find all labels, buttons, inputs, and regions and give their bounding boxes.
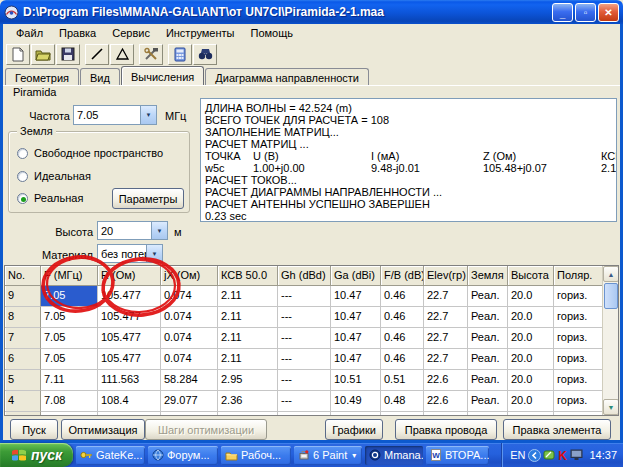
table-cell[interactable]: 0.51 xyxy=(381,370,424,391)
chevron-down-icon[interactable]: ▼ xyxy=(140,106,156,124)
table-cell[interactable]: 22.7 xyxy=(424,328,468,349)
start-button[interactable]: пуск xyxy=(0,443,73,467)
table-cell[interactable]: 0.46 xyxy=(381,328,424,349)
table-cell[interactable]: 20.0 xyxy=(508,286,554,307)
table-cell[interactable]: 2.36 xyxy=(218,391,278,412)
table-cell[interactable]: 2.11 xyxy=(218,286,278,307)
table-cell[interactable]: 0.074 xyxy=(161,328,218,349)
table-cell[interactable]: 105.477 xyxy=(98,307,161,328)
action-button-1[interactable]: Оптимизация xyxy=(61,419,145,440)
table-cell[interactable]: 111.563 xyxy=(98,370,161,391)
taskbar-window-2[interactable]: Рабоч... xyxy=(221,446,291,465)
table-cell[interactable]: 20.0 xyxy=(508,349,554,370)
binoculars-icon[interactable] xyxy=(193,44,217,65)
table-cell[interactable]: Реал. xyxy=(468,328,508,349)
menu-item-2[interactable]: Сервис xyxy=(104,25,158,41)
table-cell[interactable]: 22.6 xyxy=(424,391,468,412)
table-cell[interactable]: 105.477 xyxy=(98,349,161,370)
taskbar-window-4[interactable]: Mmana... xyxy=(365,446,423,465)
action-button-4[interactable]: Правка провода xyxy=(395,419,497,440)
table-cell[interactable]: 7.05 xyxy=(41,286,98,307)
minimize-button[interactable]: _ xyxy=(552,3,573,22)
display-icon[interactable] xyxy=(570,449,583,461)
utility-icon[interactable] xyxy=(543,449,555,461)
table-cell[interactable]: --- xyxy=(278,391,331,412)
table-cell[interactable]: --- xyxy=(278,328,331,349)
action-button-3[interactable]: Графики xyxy=(325,419,383,440)
action-button-0[interactable]: Пуск xyxy=(10,419,58,440)
table-cell[interactable]: 58.284 xyxy=(161,370,218,391)
table-cell[interactable]: 7.08 xyxy=(41,391,98,412)
taskbar-window-0[interactable]: GateKe... xyxy=(76,446,145,465)
table-cell[interactable]: 108.4 xyxy=(98,391,161,412)
table-cell[interactable]: гориз. xyxy=(554,307,604,328)
table-cell[interactable]: гориз. xyxy=(554,370,604,391)
table-scrollbar[interactable]: ▲ ▼ xyxy=(602,266,618,415)
table-cell[interactable]: 7.05 xyxy=(41,307,98,328)
frequency-combobox[interactable]: 7.05 ▼ xyxy=(73,105,157,125)
menu-item-1[interactable]: Правка xyxy=(51,25,104,41)
tab-3[interactable]: Диаграмма направленности xyxy=(205,68,369,85)
table-cell[interactable]: 2.95 xyxy=(218,370,278,391)
table-cell[interactable]: 0.46 xyxy=(381,307,424,328)
table-cell[interactable]: --- xyxy=(278,370,331,391)
table-cell[interactable]: 10.47 xyxy=(331,328,381,349)
scroll-down-icon[interactable]: ▼ xyxy=(603,399,619,415)
table-cell[interactable]: 29.077 xyxy=(161,391,218,412)
tab-0[interactable]: Геометрия xyxy=(5,68,79,85)
language-collapse-icon[interactable] xyxy=(528,449,541,462)
table-cell[interactable]: 0.074 xyxy=(161,286,218,307)
ground-params-button[interactable]: Параметры xyxy=(112,188,184,209)
menu-item-4[interactable]: Помощь xyxy=(242,25,301,41)
menu-item-3[interactable]: Инструменты xyxy=(158,25,243,41)
table-cell[interactable]: 10.47 xyxy=(331,286,381,307)
tab-1[interactable]: Вид xyxy=(80,68,120,85)
save-icon[interactable] xyxy=(56,44,80,65)
taskbar-window-3[interactable]: 6 Paint▾ xyxy=(294,446,362,465)
table-cell[interactable]: 10.47 xyxy=(331,307,381,328)
height-combobox[interactable]: 20 ▼ xyxy=(97,221,168,240)
kaspersky-icon[interactable]: K xyxy=(557,449,568,461)
language-indicator[interactable]: EN xyxy=(510,449,525,461)
table-cell[interactable]: Реал. xyxy=(468,391,508,412)
close-button[interactable]: ✕ xyxy=(598,3,619,22)
table-cell[interactable]: 9 xyxy=(5,286,41,307)
table-cell[interactable]: --- xyxy=(278,349,331,370)
menu-item-0[interactable]: Файл xyxy=(8,25,51,41)
table-cell[interactable]: гориз. xyxy=(554,286,604,307)
table-cell[interactable]: Реал. xyxy=(468,307,508,328)
scrollbar-thumb[interactable] xyxy=(604,283,618,309)
table-cell[interactable]: гориз. xyxy=(554,328,604,349)
table-cell[interactable]: 20.0 xyxy=(508,328,554,349)
table-cell[interactable]: 7.11 xyxy=(41,370,98,391)
table-cell[interactable]: 22.7 xyxy=(424,307,468,328)
table-cell[interactable]: 0.46 xyxy=(381,286,424,307)
maximize-button[interactable]: ▫ xyxy=(575,3,596,22)
table-cell[interactable]: гориз. xyxy=(554,349,604,370)
table-cell[interactable]: 8 xyxy=(5,307,41,328)
table-cell[interactable]: 0.074 xyxy=(161,307,218,328)
table-cell[interactable]: 20.0 xyxy=(508,370,554,391)
ground-option-2[interactable]: Реальная xyxy=(17,192,83,204)
chevron-down-icon[interactable]: ▼ xyxy=(151,222,167,239)
table-cell[interactable]: --- xyxy=(278,286,331,307)
table-cell[interactable]: 0.46 xyxy=(381,349,424,370)
table-cell[interactable]: 10.51 xyxy=(331,370,381,391)
new-document-icon[interactable] xyxy=(6,44,30,65)
action-button-5[interactable]: Правка элемента xyxy=(503,419,611,440)
table-cell[interactable]: 7.05 xyxy=(41,328,98,349)
taskbar-window-1[interactable]: Форум... xyxy=(148,446,218,465)
table-cell[interactable]: 22.7 xyxy=(424,349,468,370)
table-cell[interactable]: гориз. xyxy=(554,391,604,412)
table-cell[interactable]: 2.11 xyxy=(218,307,278,328)
table-cell[interactable]: 22.7 xyxy=(424,286,468,307)
triangle-icon[interactable] xyxy=(110,44,134,65)
table-cell[interactable]: 2.11 xyxy=(218,349,278,370)
chevron-down-icon[interactable]: ▼ xyxy=(146,245,162,262)
table-cell[interactable]: 7.05 xyxy=(41,349,98,370)
table-cell[interactable]: 7 xyxy=(5,328,41,349)
table-cell[interactable]: 0.48 xyxy=(381,391,424,412)
table-cell[interactable]: 105.477 xyxy=(98,286,161,307)
open-folder-icon[interactable] xyxy=(31,44,55,65)
scroll-up-icon[interactable]: ▲ xyxy=(603,266,619,282)
